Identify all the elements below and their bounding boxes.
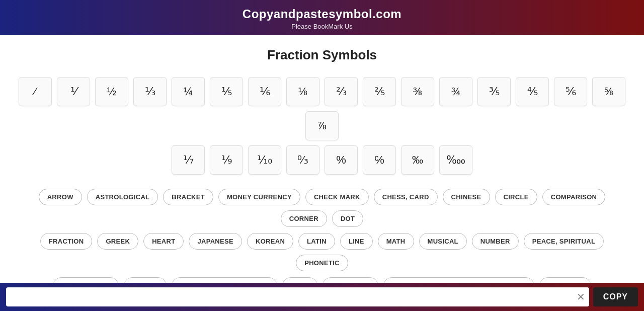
category-button[interactable]: LATIN <box>298 233 335 250</box>
category-button[interactable]: LINE <box>340 233 373 250</box>
category-button[interactable]: KOREAN <box>247 233 293 250</box>
fraction-symbol[interactable]: ⅑ <box>210 145 243 175</box>
fraction-symbol[interactable]: ⅓ <box>133 77 167 106</box>
fraction-symbol[interactable]: ‰ <box>401 145 434 175</box>
fraction-symbol[interactable]: ⅐ <box>172 145 205 175</box>
fraction-symbol[interactable]: ⅛ <box>286 77 319 106</box>
category-button[interactable]: JAPANESE <box>189 233 242 250</box>
fraction-symbol[interactable]: ℅ <box>363 145 396 175</box>
copy-button[interactable]: COPY <box>593 287 638 306</box>
copy-bar: ✕ COPY <box>0 283 644 311</box>
fraction-row-2: ⅐⅑⅒⁰⁄₃%℅‰‱ <box>15 145 629 175</box>
category-button[interactable]: FRACTION <box>40 233 93 250</box>
category-button[interactable]: HEART <box>143 233 184 250</box>
fraction-symbol[interactable]: ∕ <box>19 77 52 106</box>
main-content: Fraction Symbols ∕⅟½⅓¼⅕⅙⅛⅔⅖⅜¾⅗⅘⅚⅝⅞ ⅐⅑⅒⁰⁄… <box>0 35 644 311</box>
fraction-symbol[interactable]: ‱ <box>439 145 472 175</box>
category-row-2: FRACTIONGREEKHEARTJAPANESEKOREANLATINLIN… <box>20 233 624 271</box>
fraction-symbol[interactable]: ⅒ <box>248 145 281 175</box>
fraction-symbol[interactable]: ⅜ <box>401 77 434 106</box>
fraction-symbol[interactable]: ⅚ <box>554 77 587 106</box>
fraction-symbol[interactable]: ⅖ <box>363 77 396 106</box>
site-title: Copyandpastesymbol.com <box>0 7 644 21</box>
category-button[interactable]: ARROW <box>39 189 82 205</box>
category-row-1: ARROWASTROLOGICALBRACKETMONEY CURRENCYCH… <box>20 189 624 227</box>
fraction-symbol[interactable]: ⅘ <box>516 77 549 106</box>
fraction-symbol[interactable]: ½ <box>95 77 128 106</box>
category-button[interactable]: CHINESE <box>443 189 490 205</box>
category-button[interactable]: DOT <box>332 210 363 227</box>
category-button[interactable]: CIRCLE <box>495 189 537 205</box>
fraction-symbol[interactable]: % <box>325 145 358 175</box>
fraction-symbol[interactable]: ⅕ <box>210 77 243 106</box>
site-subtitle: Please BookMark Us <box>0 23 644 30</box>
category-button[interactable]: PHONETIC <box>296 255 348 271</box>
category-button[interactable]: CHESS, CARD <box>374 189 438 205</box>
fraction-symbol[interactable]: ⅞ <box>305 111 339 140</box>
category-button[interactable]: CHECK MARK <box>305 189 369 205</box>
category-button[interactable]: BRACKET <box>163 189 213 205</box>
copy-input[interactable] <box>6 287 589 306</box>
copy-input-wrapper: ✕ <box>6 287 589 306</box>
category-button[interactable]: MONEY CURRENCY <box>218 189 300 205</box>
category-button[interactable]: CORNER <box>281 210 327 227</box>
category-button[interactable]: NUMBER <box>472 233 519 250</box>
clear-button[interactable]: ✕ <box>577 287 585 306</box>
page-title: Fraction Symbols <box>15 47 629 63</box>
fraction-symbol[interactable]: ⅝ <box>592 77 625 106</box>
category-button[interactable]: ASTROLOGICAL <box>87 189 158 205</box>
fraction-symbol[interactable]: ⅙ <box>248 77 281 106</box>
fraction-symbol[interactable]: ¾ <box>439 77 472 106</box>
fraction-symbol[interactable]: ¼ <box>172 77 205 106</box>
category-button[interactable]: MATH <box>378 233 414 250</box>
category-button[interactable]: COMPARISON <box>542 189 606 205</box>
site-header: Copyandpastesymbol.com Please BookMark U… <box>0 0 644 35</box>
category-button[interactable]: PEACE, SPIRITUAL <box>524 233 604 250</box>
fraction-symbol[interactable]: ⁰⁄₃ <box>286 145 319 175</box>
category-button[interactable]: GREEK <box>97 233 138 250</box>
category-button[interactable]: MUSICAL <box>419 233 467 250</box>
fraction-symbol[interactable]: ⅟ <box>57 77 90 106</box>
fraction-row-1: ∕⅟½⅓¼⅕⅙⅛⅔⅖⅜¾⅗⅘⅚⅝⅞ <box>15 77 629 140</box>
fraction-symbol[interactable]: ⅔ <box>325 77 358 106</box>
fraction-symbol[interactable]: ⅗ <box>477 77 511 106</box>
